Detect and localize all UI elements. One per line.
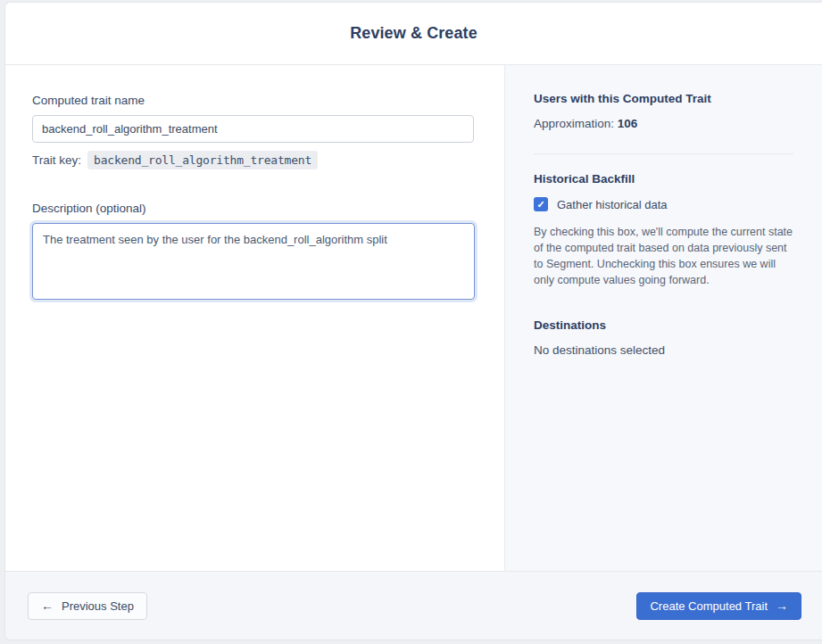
header: Review & Create: [5, 3, 822, 65]
create-trait-label: Create Computed Trait: [650, 599, 768, 613]
gather-historical-checkbox[interactable]: ✓: [534, 197, 548, 211]
approximation-label: Approximation:: [534, 117, 618, 130]
description-label: Description (optional): [32, 202, 477, 215]
gather-historical-label: Gather historical data: [557, 198, 668, 211]
previous-step-button[interactable]: ← Previous Step: [28, 592, 147, 620]
backfill-description: By checking this box, we'll compute the …: [534, 224, 793, 288]
previous-step-label: Previous Step: [62, 599, 134, 613]
create-computed-trait-button[interactable]: Create Computed Trait →: [636, 592, 801, 620]
destinations-heading: Destinations: [534, 318, 793, 332]
gather-historical-checkbox-row[interactable]: ✓ Gather historical data: [534, 197, 793, 211]
page-title: Review & Create: [350, 24, 477, 43]
body: Computed trait name Trait key: backend_r…: [5, 65, 822, 571]
description-group: Description (optional) The treatment see…: [32, 202, 477, 303]
trait-name-label: Computed trait name: [32, 94, 477, 107]
destinations-value: No destinations selected: [534, 343, 793, 357]
section-divider: [534, 153, 793, 154]
checkbox-check-icon: ✓: [536, 199, 544, 211]
trait-key-label: Trait key:: [32, 153, 81, 167]
summary-pane: Users with this Computed Trait Approxima…: [504, 65, 822, 571]
form-pane: Computed trait name Trait key: backend_r…: [5, 65, 504, 571]
arrow-left-icon: ←: [41, 599, 54, 612]
trait-key-badge: backend_roll_algorithm_treatment: [87, 151, 318, 169]
approximation-row: Approximation: 106: [534, 117, 793, 130]
trait-name-input[interactable]: [32, 115, 474, 143]
backfill-heading: Historical Backfill: [534, 172, 793, 186]
description-textarea[interactable]: The treatment seen by the user for the b…: [32, 223, 475, 300]
destinations-group: Destinations No destinations selected: [534, 318, 793, 357]
approximation-value: 106: [618, 117, 638, 130]
arrow-right-icon: →: [776, 599, 788, 612]
trait-key-row: Trait key: backend_roll_algorithm_treatm…: [32, 151, 477, 169]
users-heading: Users with this Computed Trait: [534, 92, 793, 105]
footer: ← Previous Step Create Computed Trait →: [5, 571, 822, 640]
review-create-card: Review & Create Computed trait name Trai…: [4, 2, 822, 640]
